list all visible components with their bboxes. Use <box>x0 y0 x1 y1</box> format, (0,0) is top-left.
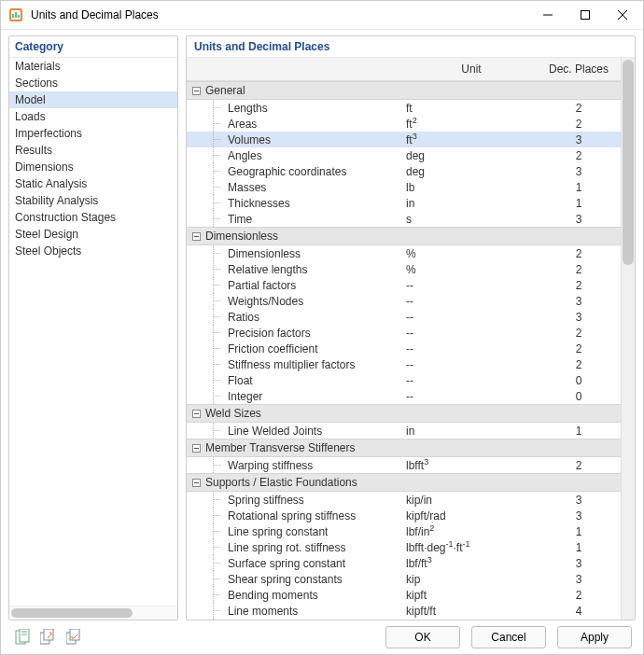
row-dec-places[interactable]: 3 <box>537 557 621 570</box>
row-dec-places[interactable]: 3 <box>537 311 621 324</box>
row-dec-places[interactable]: 2 <box>537 102 621 115</box>
row-dec-places[interactable]: 3 <box>537 165 621 178</box>
sidebar-item-stability-analysis[interactable]: Stability Analysis <box>9 192 177 209</box>
row-unit[interactable]: lbf/ft3 <box>406 557 537 570</box>
row-unit[interactable]: ft <box>406 102 537 115</box>
group-weld-sizes[interactable]: Weld Sizes <box>187 404 621 423</box>
row-unit[interactable]: -- <box>406 295 537 308</box>
row-dec-places[interactable]: 1 <box>537 541 621 554</box>
sidebar-item-loads[interactable]: Loads <box>9 108 177 125</box>
grid-row[interactable]: Warping stiffnesslbfft32 <box>187 457 621 473</box>
apply-button[interactable]: Apply <box>557 626 632 648</box>
row-unit[interactable]: in <box>406 197 537 210</box>
grid-row[interactable]: Partial factors--2 <box>187 277 621 293</box>
grid-row[interactable]: Shear spring constantskip3 <box>187 571 621 587</box>
grid-row[interactable]: Rotational spring stiffnesskipft/rad3 <box>187 508 621 523</box>
row-dec-places[interactable]: 2 <box>537 589 621 602</box>
row-dec-places[interactable]: 0 <box>537 390 621 403</box>
row-dec-places[interactable]: 2 <box>537 118 621 131</box>
grid-row[interactable]: Thicknessesin1 <box>187 195 621 211</box>
category-list[interactable]: MaterialsSectionsModelLoadsImperfections… <box>9 58 177 606</box>
row-unit[interactable]: -- <box>406 342 537 355</box>
sidebar-item-model[interactable]: Model <box>9 91 177 108</box>
grid-row[interactable]: Surface spring constantlbf/ft33 <box>187 555 621 571</box>
collapse-icon[interactable] <box>187 474 205 491</box>
grid-row[interactable]: Relative lengths%2 <box>187 261 621 277</box>
row-unit[interactable]: kipft/rad <box>406 509 537 523</box>
group-general[interactable]: General <box>187 81 621 100</box>
row-dec-places[interactable]: 2 <box>537 149 621 162</box>
row-unit[interactable]: % <box>406 263 537 276</box>
maximize-button[interactable] <box>567 2 604 28</box>
sidebar-item-imperfections[interactable]: Imperfections <box>9 125 177 142</box>
grid-row[interactable]: Volumesft33 <box>187 132 621 147</box>
row-unit[interactable]: kip <box>406 573 537 586</box>
grid-row[interactable]: Dimensionless%2 <box>187 245 621 261</box>
grid-row[interactable]: Lengthsft2 <box>187 100 621 116</box>
sidebar-item-steel-objects[interactable]: Steel Objects <box>9 243 177 259</box>
sidebar-horizontal-scrollbar[interactable] <box>9 606 177 620</box>
cancel-button[interactable]: Cancel <box>471 626 546 648</box>
row-dec-places[interactable]: 3 <box>537 213 621 226</box>
minimize-button[interactable] <box>529 2 567 28</box>
row-dec-places[interactable]: 2 <box>537 263 621 276</box>
collapse-icon[interactable] <box>187 405 205 422</box>
row-dec-places[interactable]: 2 <box>537 327 621 340</box>
collapse-icon[interactable] <box>187 439 205 456</box>
grid-row[interactable]: Stiffness multiplier factors--2 <box>187 356 621 372</box>
row-dec-places[interactable]: 3 <box>537 494 621 507</box>
sidebar-item-static-analysis[interactable]: Static Analysis <box>9 175 177 192</box>
grid-row[interactable]: Anglesdeg2 <box>187 147 621 163</box>
sidebar-item-sections[interactable]: Sections <box>9 75 177 91</box>
row-unit[interactable]: % <box>406 247 537 260</box>
row-dec-places[interactable]: 2 <box>537 279 621 292</box>
footer-tool-icon-1[interactable] <box>12 627 33 648</box>
footer-tool-icon-2[interactable] <box>38 627 59 648</box>
sidebar-item-materials[interactable]: Materials <box>9 58 177 75</box>
row-dec-places[interactable]: 4 <box>537 605 621 618</box>
close-button[interactable] <box>604 2 641 28</box>
grid-row[interactable]: Line spring rot. stiffnesslbfft·deg-1·ft… <box>187 539 621 555</box>
row-dec-places[interactable]: 2 <box>537 358 621 371</box>
row-unit[interactable]: -- <box>406 358 537 371</box>
row-unit[interactable]: kipft/ft <box>406 605 537 618</box>
row-unit[interactable]: lb <box>406 181 537 194</box>
grid-row[interactable]: Areasft22 <box>187 116 621 132</box>
row-dec-places[interactable]: 1 <box>537 181 621 194</box>
row-unit[interactable]: lbfft3 <box>406 459 537 472</box>
row-dec-places[interactable]: 3 <box>537 509 621 523</box>
grid-vertical-scrollbar[interactable] <box>621 58 635 620</box>
grid-row[interactable]: Line Welded Jointsin1 <box>187 423 621 439</box>
ok-button[interactable]: OK <box>385 626 460 648</box>
row-unit[interactable]: s <box>406 213 537 226</box>
row-dec-places[interactable]: 3 <box>537 573 621 586</box>
collapse-icon[interactable] <box>187 228 205 244</box>
row-dec-places[interactable]: 1 <box>537 425 621 438</box>
row-dec-places[interactable]: 3 <box>537 133 621 146</box>
row-unit[interactable]: -- <box>406 374 537 387</box>
row-unit[interactable]: ft3 <box>406 133 537 146</box>
grid-row[interactable]: Mass per unit arealb/ft22 <box>187 619 621 620</box>
row-dec-places[interactable]: 1 <box>537 525 621 538</box>
collapse-icon[interactable] <box>187 82 205 99</box>
group-dimensionless[interactable]: Dimensionless <box>187 227 621 245</box>
row-unit[interactable]: -- <box>406 390 537 403</box>
grid-row[interactable]: Float--0 <box>187 372 621 388</box>
row-unit[interactable]: kipft <box>406 589 537 602</box>
row-unit[interactable]: in <box>406 425 537 438</box>
row-unit[interactable]: deg <box>406 165 537 178</box>
sidebar-item-dimensions[interactable]: Dimensions <box>9 159 177 175</box>
row-unit[interactable]: lbf/in2 <box>406 525 537 538</box>
group-supports-elastic-foundations[interactable]: Supports / Elastic Foundations <box>187 473 621 492</box>
row-unit[interactable]: deg <box>406 149 537 162</box>
sidebar-item-construction-stages[interactable]: Construction Stages <box>9 209 177 226</box>
row-dec-places[interactable]: 2 <box>537 459 621 472</box>
row-dec-places[interactable]: 2 <box>537 342 621 355</box>
grid-row[interactable]: Weights/Nodes--3 <box>187 293 621 309</box>
group-member-transverse-stiffeners[interactable]: Member Transverse Stiffeners <box>187 439 621 457</box>
sidebar-item-results[interactable]: Results <box>9 142 177 159</box>
row-dec-places[interactable]: 1 <box>537 197 621 210</box>
grid-row[interactable]: Precision factors--2 <box>187 325 621 341</box>
grid-row[interactable]: Masseslb1 <box>187 179 621 195</box>
grid-row[interactable]: Line spring constantlbf/in21 <box>187 523 621 539</box>
